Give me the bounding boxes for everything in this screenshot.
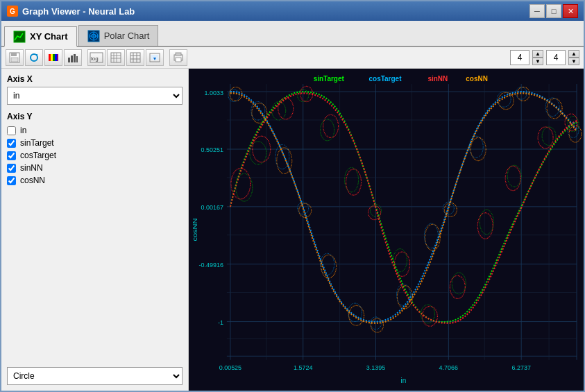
svg-rect-11	[49, 54, 51, 61]
refresh-icon	[28, 52, 40, 63]
spinner2-down[interactable]: ▼	[568, 58, 579, 65]
chart-svg: 1.0033 0.50251 0.00167 -0.49916 -1 0.005…	[189, 69, 584, 391]
svg-rect-22	[111, 53, 121, 62]
svg-rect-13	[53, 54, 55, 61]
spinner1-value[interactable]: 4	[510, 50, 529, 65]
toolbar: log	[1, 47, 584, 69]
svg-rect-18	[74, 54, 76, 62]
axis-y-label: Axis Y	[7, 112, 183, 121]
svg-text:0.50251: 0.50251	[201, 146, 223, 154]
spinner2-value[interactable]: 4	[546, 50, 566, 65]
toolbar-refresh-button[interactable]	[25, 49, 43, 66]
title-bar: G Graph Viewer - Neural Lab ─ □ ✕	[1, 1, 584, 21]
svg-text:cosTarget: cosTarget	[369, 74, 402, 83]
spinner1-up[interactable]: ▲	[532, 50, 543, 58]
svg-rect-38	[189, 69, 584, 391]
svg-text:0.00167: 0.00167	[201, 203, 223, 212]
tab-polar-label: Polar Chart	[104, 31, 150, 41]
spinner2-up[interactable]: ▲	[568, 50, 579, 58]
svg-rect-31	[130, 53, 140, 62]
svg-rect-17	[71, 56, 73, 62]
checkbox-item-cosTarget: cosTarget	[7, 151, 183, 160]
toolbar-chart-button[interactable]	[64, 49, 82, 66]
svg-rect-8	[11, 58, 18, 62]
svg-text:1.5724: 1.5724	[294, 364, 312, 372]
shape-dropdown[interactable]: Circle Square Triangle	[7, 367, 183, 385]
svg-rect-12	[51, 54, 53, 61]
toolbar-log-button[interactable]: log	[87, 49, 105, 66]
main-area: Axis X in Axis Y in sinTarget cosTar	[1, 69, 584, 391]
spinner1-down[interactable]: ▼	[532, 58, 543, 65]
chart-area: 1.0033 0.50251 0.00167 -0.49916 -1 0.005…	[189, 69, 584, 391]
checkbox-item-in: in	[7, 126, 183, 135]
toolbar-print-button[interactable]	[169, 49, 187, 66]
tab-bar: XY Chart Polar Chart	[1, 21, 584, 47]
left-panel: Axis X in Axis Y in sinTarget cosTar	[1, 69, 189, 391]
checkbox-cosNN[interactable]	[7, 176, 16, 185]
checkbox-sinTarget[interactable]	[7, 139, 16, 148]
svg-text:-1: -1	[218, 318, 223, 327]
svg-rect-15	[57, 54, 58, 61]
svg-text:sinNN: sinNN	[427, 74, 448, 83]
svg-text:0.00525: 0.00525	[219, 364, 241, 372]
svg-rect-19	[76, 56, 78, 62]
svg-text:cosNN: cosNN	[466, 74, 488, 83]
axis-x-dropdown-wrapper: in	[7, 87, 183, 105]
axis-y-checkboxes: in sinTarget cosTarget sinNN cosNN	[7, 126, 183, 185]
export-icon	[149, 52, 160, 63]
svg-text:3.1395: 3.1395	[366, 364, 385, 372]
chart-icon	[67, 52, 78, 63]
spinner1-arrows: ▲ ▼	[532, 50, 543, 65]
tab-xy[interactable]: XY Chart	[4, 26, 77, 47]
svg-rect-7	[11, 53, 17, 56]
tab-polar[interactable]: Polar Chart	[78, 25, 159, 46]
checkbox-label-cosTarget: cosTarget	[20, 151, 56, 160]
toolbar-right: 4 ▲ ▼ 4 ▲ ▼	[510, 50, 579, 65]
minimize-button[interactable]: ─	[529, 4, 545, 18]
axis-x-dropdown[interactable]: in	[7, 87, 183, 105]
checkbox-label-in: in	[20, 126, 26, 135]
title-bar-left: G Graph Viewer - Neural Lab	[7, 6, 135, 17]
svg-text:-0.49916: -0.49916	[198, 261, 223, 269]
xy-chart-icon	[13, 31, 26, 43]
svg-text:cosNN: cosNN	[190, 218, 198, 241]
bottom-dropdown-wrapper: Circle Square Triangle	[7, 361, 183, 385]
spinner2-group: 4 ▲ ▼	[546, 50, 579, 65]
checkbox-item-sinNN: sinNN	[7, 163, 183, 173]
svg-rect-14	[55, 54, 57, 61]
checkbox-in[interactable]	[7, 126, 16, 135]
polar-chart-icon	[87, 30, 100, 42]
app-icon: G	[7, 6, 18, 17]
svg-rect-37	[176, 58, 181, 62]
checkbox-label-cosNN: cosNN	[20, 176, 45, 185]
svg-text:6.2737: 6.2737	[511, 364, 530, 372]
checkbox-item-sinTarget: sinTarget	[7, 138, 183, 148]
toolbar-grid-button[interactable]	[126, 49, 144, 66]
checkbox-cosTarget[interactable]	[7, 151, 16, 160]
main-window: G Graph Viewer - Neural Lab ─ □ ✕ XY Cha…	[0, 0, 585, 392]
svg-text:4.7066: 4.7066	[439, 364, 458, 372]
svg-rect-36	[176, 53, 181, 56]
window-title: Graph Viewer - Neural Lab	[22, 6, 135, 17]
toolbar-save-button[interactable]	[6, 49, 24, 66]
spinner1-group: 4 ▲ ▼	[510, 50, 543, 65]
data-icon	[110, 52, 121, 63]
svg-text:in: in	[401, 375, 407, 384]
spinner2-arrows: ▲ ▼	[568, 50, 579, 65]
log-icon: log	[90, 52, 103, 63]
checkbox-item-cosNN: cosNN	[7, 176, 183, 185]
close-button[interactable]: ✕	[563, 4, 578, 18]
toolbar-color-button[interactable]	[44, 49, 62, 66]
tab-xy-label: XY Chart	[30, 31, 68, 42]
checkbox-sinNN[interactable]	[7, 164, 16, 173]
toolbar-export-button[interactable]	[146, 49, 164, 66]
toolbar-data-button[interactable]	[107, 49, 125, 66]
svg-rect-16	[68, 58, 70, 62]
maximize-button[interactable]: □	[546, 4, 561, 18]
checkbox-label-sinTarget: sinTarget	[20, 138, 54, 148]
color-icon	[48, 52, 59, 63]
save-icon	[9, 52, 20, 63]
axis-x-label: Axis X	[7, 74, 183, 84]
grid-icon	[130, 52, 141, 63]
svg-text:log: log	[91, 56, 99, 62]
